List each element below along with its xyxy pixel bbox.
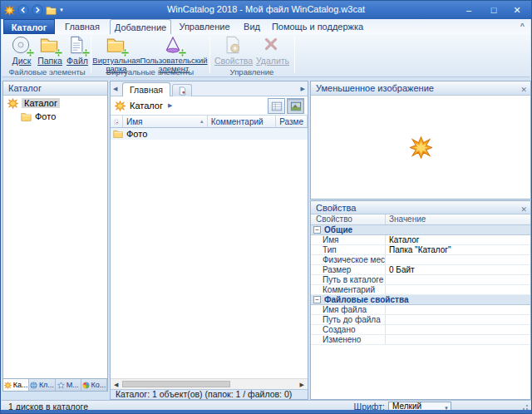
delete-button[interactable]: Удалить xyxy=(254,36,291,65)
plus-icon xyxy=(81,48,91,57)
property-row[interactable]: Путь в каталоге xyxy=(311,275,530,285)
tab-scroll-left-icon[interactable]: ◀ xyxy=(113,86,117,92)
group-file-elements: Файловые элементы xyxy=(3,67,91,76)
scrollbar-thumb[interactable] xyxy=(122,381,230,387)
close-button[interactable]: ✕ xyxy=(505,1,530,19)
column-name[interactable]: Имя ▲ xyxy=(123,116,208,127)
tree-item-catalog[interactable]: Каталог xyxy=(3,97,107,109)
add-disk-button[interactable]: Диск xyxy=(8,36,35,65)
collapse-ribbon-icon[interactable]: ^ xyxy=(520,22,525,30)
column-size[interactable]: Разме xyxy=(276,116,308,127)
property-row[interactable]: Комментарий xyxy=(311,285,530,295)
title-bar: ▼ WinCatalog 2018 - Мой файл WinCatalog.… xyxy=(1,1,531,19)
column-value[interactable]: Значение xyxy=(386,214,530,224)
catalog-star-icon xyxy=(4,382,12,389)
tab-home[interactable]: Главная xyxy=(57,19,108,34)
add-folder-button[interactable]: Папка xyxy=(37,36,63,65)
doc-type-icon xyxy=(114,118,119,126)
file-list-header: Имя ▲ Комментарий Разме xyxy=(111,116,308,128)
property-row[interactable]: Изменено xyxy=(311,335,530,345)
catalog-tree-panel: Каталог Каталог Фото Ка... Кл... М... xyxy=(2,81,108,392)
group-manage: Управление xyxy=(209,67,294,76)
maximize-button[interactable]: □ xyxy=(481,1,506,19)
pie-icon xyxy=(82,382,90,389)
thumbnail-view-icon xyxy=(290,101,302,112)
catalog-star-icon xyxy=(410,136,432,159)
property-row[interactable]: Путь до файла xyxy=(311,315,530,325)
scroll-right-icon[interactable]: ▶ xyxy=(300,382,304,388)
property-row[interactable]: Создано xyxy=(311,325,530,335)
plus-icon xyxy=(26,48,35,57)
properties-panel: Свойства ✕ Свойство Значение − Общие Имя… xyxy=(310,200,531,400)
breadcrumb-arrow-icon[interactable]: ▶ xyxy=(168,102,172,109)
report-doc-icon xyxy=(178,86,187,96)
collapse-group-icon[interactable]: − xyxy=(313,296,321,303)
breadcrumb: Каталог ▶ xyxy=(111,96,308,116)
tab-view[interactable]: Вид xyxy=(238,19,266,34)
star-outline-icon xyxy=(57,382,65,389)
collapse-group-icon[interactable]: − xyxy=(313,226,321,234)
thumbnail-view-button[interactable] xyxy=(287,98,304,114)
plus-icon xyxy=(121,48,130,57)
property-row[interactable]: Физическое мес... xyxy=(311,255,530,265)
catalog-panel-header: Каталог xyxy=(3,81,107,96)
document-panel: ◀ Главная ▶ Каталог ▶ Имя ▲ xyxy=(110,81,308,400)
close-panel-icon[interactable]: ✕ xyxy=(520,83,527,96)
plus-icon xyxy=(54,48,63,57)
close-panel-icon[interactable]: ✕ xyxy=(520,203,527,216)
document-tab-home[interactable]: Главная xyxy=(122,82,170,96)
thumbnail-preview xyxy=(311,96,530,199)
delete-icon xyxy=(263,36,279,52)
property-row[interactable]: Имя файла xyxy=(311,305,530,315)
folder-icon xyxy=(21,111,32,122)
properties-columns: Свойство Значение xyxy=(311,214,530,225)
tab-scroll-right-icon[interactable]: ▶ xyxy=(301,86,305,92)
ribbon-tab-row: Каталог Главная Добавление Управление Ви… xyxy=(2,19,530,34)
property-group-general[interactable]: − Общие xyxy=(311,225,530,235)
thumbnail-panel: Уменьшенное изображение ✕ xyxy=(310,81,531,200)
catalog-star-icon xyxy=(115,101,126,111)
thumbnail-panel-header: Уменьшенное изображение ✕ xyxy=(311,81,530,96)
tab-keywords-view[interactable]: Кл... xyxy=(29,379,55,391)
left-panel-tabs: Ка... Кл... М... Ко... xyxy=(3,378,107,391)
minimize-button[interactable]: – xyxy=(456,1,481,19)
scroll-left-icon[interactable]: ◀ xyxy=(114,382,118,388)
breadcrumb-catalog[interactable]: Каталог xyxy=(130,101,163,111)
tab-help[interactable]: Помощь и поддержка xyxy=(268,19,367,34)
file-row-photo[interactable]: Фото xyxy=(111,128,308,140)
document-status: Каталог: 1 объект(ов) (папок: 1 / файлов… xyxy=(111,389,308,399)
group-virtual-elements: Виртуальные элементы xyxy=(91,67,209,76)
tree-item-photo[interactable]: Фото xyxy=(3,111,107,122)
tab-catalog-menu[interactable]: Каталог xyxy=(3,19,55,34)
ribbon: Диск Папка Файл Виртуальная папка Пользо… xyxy=(2,34,530,77)
tab-catalog-view[interactable]: Ка... xyxy=(3,379,29,391)
plus-icon xyxy=(178,48,187,57)
folder-icon xyxy=(113,129,123,139)
ribbon-separator xyxy=(294,37,295,73)
tab-manage[interactable]: Управление xyxy=(173,19,236,34)
details-view-button[interactable] xyxy=(268,98,285,114)
document-tab-report[interactable] xyxy=(172,84,192,96)
properties-panel-header: Свойства ✕ xyxy=(311,201,530,214)
property-row[interactable]: Имя Каталог xyxy=(311,235,530,245)
wincatalog-window: ▼ WinCatalog 2018 - Мой файл WinCatalog.… xyxy=(0,0,532,414)
properties-icon xyxy=(224,36,242,54)
tab-add-active[interactable]: Добавление xyxy=(110,19,171,34)
column-property[interactable]: Свойство xyxy=(311,214,386,224)
property-row[interactable]: Тип Папка "Каталог" xyxy=(311,245,530,255)
properties-button[interactable]: Свойства xyxy=(214,36,253,65)
tab-favorites-view[interactable]: М... xyxy=(56,379,81,391)
horizontal-scrollbar[interactable]: ◀ ▶ xyxy=(111,378,308,389)
details-view-icon xyxy=(271,101,283,112)
catalog-star-icon xyxy=(7,98,18,109)
document-tab-strip: ◀ Главная ▶ xyxy=(111,81,308,96)
window-title: WinCatalog 2018 - Мой файл WinCatalog.w3… xyxy=(1,4,531,14)
property-row[interactable]: Размер 0 Байт xyxy=(311,265,530,275)
add-file-button[interactable]: Файл xyxy=(65,36,90,65)
window-bottom-border xyxy=(1,410,531,413)
tab-collections-view[interactable]: Ко... xyxy=(81,379,107,391)
keywords-globe-icon xyxy=(30,382,37,389)
property-group-file[interactable]: − Файловые свойства xyxy=(311,295,530,305)
column-type[interactable] xyxy=(111,116,123,127)
column-comment[interactable]: Комментарий xyxy=(208,116,277,127)
